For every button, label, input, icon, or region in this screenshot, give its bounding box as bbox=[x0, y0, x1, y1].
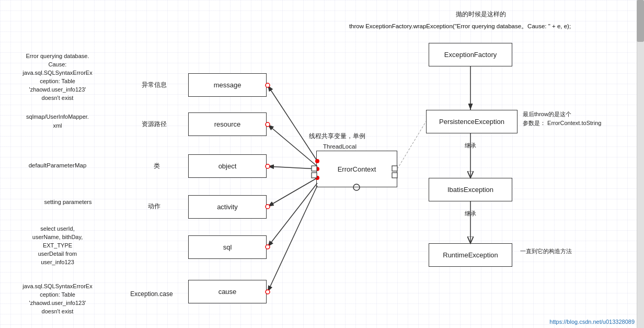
diagram-canvas: 抛的时候是这样的 throw ExceptionFactory.wrapExce… bbox=[0, 0, 644, 328]
sql-box: sql bbox=[188, 235, 267, 259]
last-throw-label: 最后throw的是这个 参数是： ErrorContext.toString bbox=[523, 110, 627, 128]
cause-box: cause bbox=[188, 280, 267, 303]
extends-2-label: 继承 bbox=[455, 209, 486, 218]
always-construct-label: 一直到它的构造方法 bbox=[520, 247, 604, 256]
select-sql: select userId, userName, bithDay, EXT_TY… bbox=[5, 225, 110, 267]
svg-line-13 bbox=[268, 183, 317, 247]
thread-local-label: ThreadLocal bbox=[314, 142, 366, 151]
resource-box: resource bbox=[188, 112, 267, 136]
svg-line-10 bbox=[268, 178, 317, 207]
error-context-box: ErrorContext bbox=[316, 151, 397, 187]
svg-line-2 bbox=[268, 85, 317, 161]
action-label: 动作 bbox=[139, 201, 170, 211]
scrollbar-thumb[interactable] bbox=[637, 0, 644, 42]
exception-info-label: 异常信息 bbox=[133, 80, 175, 89]
footer-link: https://blog.csdn.net/u013328089 bbox=[549, 319, 635, 325]
scrollbar[interactable] bbox=[637, 0, 644, 328]
default-param-map: defaultParameterMap bbox=[5, 161, 110, 170]
exception-factory-box: ExceptionFactory bbox=[429, 43, 512, 66]
thread-shared-label: 线程共享变量，单例 bbox=[295, 132, 379, 141]
class-label: 类 bbox=[141, 161, 172, 171]
error-msg-2-label: java.sql.SQLSyntaxErrorEx ception: Table… bbox=[5, 282, 110, 316]
resource-path-val: sqlmap/UserInfoMapper. xml bbox=[5, 112, 110, 130]
throw-label: 抛的时候是这样的 bbox=[429, 9, 533, 19]
message-box: message bbox=[188, 73, 267, 97]
svg-line-7 bbox=[268, 166, 317, 169]
persistence-exception-box: PersistenceException bbox=[426, 110, 518, 133]
extends-1-label: 继承 bbox=[455, 141, 486, 150]
error-msg-1-label: Error querying database. Cause: java.sql… bbox=[5, 52, 110, 103]
ibatis-exception-box: IbatisException bbox=[429, 178, 512, 201]
activity-box: activity bbox=[188, 195, 267, 219]
resource-path-label: 资源路径 bbox=[133, 119, 175, 129]
exception-case-label: Exception.case bbox=[123, 289, 180, 299]
throw-code: throw ExceptionFactory.wrapException("Er… bbox=[293, 22, 627, 31]
svg-line-15 bbox=[268, 186, 317, 292]
runtime-exception-box: RuntimeException bbox=[429, 243, 512, 267]
svg-line-5 bbox=[268, 125, 317, 166]
object-box: object bbox=[188, 154, 267, 178]
setting-params: setting parameters bbox=[21, 198, 115, 207]
svg-line-25 bbox=[397, 121, 426, 169]
